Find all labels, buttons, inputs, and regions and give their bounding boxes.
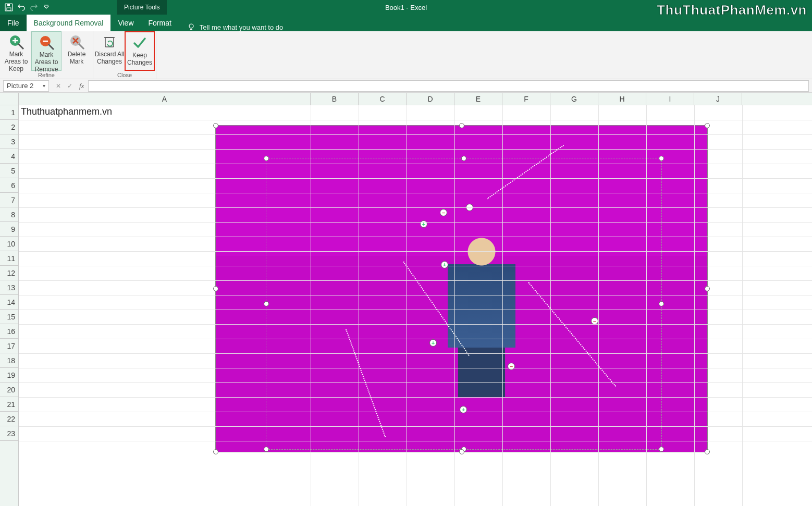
gridline <box>359 105 359 506</box>
gridline <box>407 105 407 506</box>
picture-handle-sw[interactable] <box>213 449 218 454</box>
row-header-14[interactable]: 14 <box>0 295 18 310</box>
svg-rect-1 <box>7 8 11 10</box>
picture-handle-e[interactable] <box>705 286 710 291</box>
remove-marker[interactable]: – <box>440 209 447 216</box>
column-header-d[interactable]: D <box>407 93 454 105</box>
name-box-dropdown-icon[interactable]: ▾ <box>43 83 45 89</box>
picture-handle-se[interactable] <box>705 449 710 454</box>
row-header-18[interactable]: 18 <box>0 353 18 368</box>
gridline <box>19 310 812 310</box>
discard-all-changes-button[interactable]: Discard All Changes <box>94 31 125 71</box>
picture-handle-ne[interactable] <box>705 123 710 128</box>
gridline <box>19 353 812 354</box>
qat-customize-icon[interactable] <box>42 3 51 12</box>
name-box[interactable]: Picture 2 ▾ <box>3 80 49 92</box>
column-header-h[interactable]: H <box>598 93 646 105</box>
marquee-handle-nw[interactable] <box>264 156 269 161</box>
enter-formula-icon: ✓ <box>65 81 75 91</box>
picture-handle-s[interactable] <box>459 449 464 454</box>
column-header-i[interactable]: I <box>646 93 694 105</box>
row-header-10[interactable]: 10 <box>0 237 18 251</box>
picture-object[interactable]: – – – – + + + + <box>215 125 708 452</box>
svg-point-4 <box>189 24 193 28</box>
picture-handle-nw[interactable] <box>213 123 218 128</box>
gridline <box>550 105 551 506</box>
column-header-j[interactable]: J <box>694 93 742 105</box>
row-header-2[interactable]: 2 <box>0 120 18 134</box>
marquee-handle-w[interactable] <box>264 301 269 306</box>
cells-area[interactable]: Thuthuatphanmem.vn <box>19 105 812 506</box>
column-header-a[interactable]: A <box>19 93 311 105</box>
row-header-20[interactable]: 20 <box>0 382 18 397</box>
column-header-f[interactable]: F <box>502 93 550 105</box>
keep-marker[interactable]: + <box>429 339 437 347</box>
picture-handle-w[interactable] <box>213 286 218 291</box>
select-all-button[interactable] <box>0 93 19 105</box>
discard-icon <box>100 33 119 50</box>
gridline <box>19 295 812 295</box>
row-header-6[interactable]: 6 <box>0 178 18 193</box>
tab-file[interactable]: File <box>0 15 27 31</box>
document-title: Book1 - Excel <box>385 4 427 11</box>
row-header-8[interactable]: 8 <box>0 207 18 222</box>
row-header-12[interactable]: 12 <box>0 266 18 280</box>
delete-mark-button[interactable]: Delete Mark <box>61 31 92 71</box>
picture-tools-contextual-label: Picture Tools <box>117 0 167 15</box>
row-header-5[interactable]: 5 <box>0 164 18 178</box>
gridline <box>19 178 812 179</box>
row-header-16[interactable]: 16 <box>0 324 18 339</box>
remove-marker[interactable]: – <box>508 363 515 370</box>
mark-remove-label: Mark Areas to Remove <box>32 52 61 73</box>
tab-format[interactable]: Format <box>141 15 179 31</box>
remove-marker[interactable]: – <box>591 317 598 325</box>
row-header-3[interactable]: 3 <box>0 134 18 149</box>
tab-background-removal[interactable]: Background Removal <box>27 15 111 31</box>
marquee-handle-se[interactable] <box>659 447 664 452</box>
column-header-e[interactable]: E <box>454 93 502 105</box>
marquee-handle-n[interactable] <box>461 156 466 161</box>
row-header-13[interactable]: 13 <box>0 280 18 295</box>
gridline <box>19 397 812 398</box>
gridline <box>19 251 812 252</box>
close-group-label: Close <box>117 72 132 79</box>
discard-label: Discard All Changes <box>94 51 125 66</box>
marquee-handle-sw[interactable] <box>264 447 269 452</box>
marquee-handle-ne[interactable] <box>659 156 664 161</box>
row-header-17[interactable]: 17 <box>0 339 18 353</box>
row-header-4[interactable]: 4 <box>0 149 18 164</box>
fx-icon[interactable]: fx <box>79 82 84 90</box>
gridline <box>19 237 812 237</box>
row-header-19[interactable]: 19 <box>0 368 18 382</box>
lightbulb-icon <box>187 23 195 31</box>
marquee-handle-e[interactable] <box>659 301 664 306</box>
mark-areas-to-keep-button[interactable]: Mark Areas to Keep <box>1 31 31 71</box>
keep-marker[interactable]: + <box>441 261 448 268</box>
row-header-23[interactable]: 23 <box>0 426 18 441</box>
gridline <box>19 339 812 339</box>
row-header-15[interactable]: 15 <box>0 310 18 324</box>
tell-me-search[interactable]: Tell me what you want to do <box>187 23 283 31</box>
row-header-22[interactable]: 22 <box>0 412 18 426</box>
row-header-11[interactable]: 11 <box>0 251 18 266</box>
undo-icon[interactable] <box>17 3 26 12</box>
tab-view[interactable]: View <box>110 15 141 31</box>
row-header-7[interactable]: 7 <box>0 193 18 207</box>
keep-changes-button[interactable]: Keep Changes <box>125 31 155 71</box>
redo-icon[interactable] <box>29 3 39 12</box>
gridline <box>19 426 812 427</box>
gridline <box>19 164 812 164</box>
column-header-b[interactable]: B <box>311 93 359 105</box>
gridline <box>19 441 812 441</box>
cell-a1[interactable]: Thuthuatphanmem.vn <box>21 106 112 117</box>
row-header-21[interactable]: 21 <box>0 397 18 412</box>
column-header-g[interactable]: G <box>550 93 598 105</box>
mark-areas-to-remove-button[interactable]: Mark Areas to Remove <box>31 31 61 71</box>
formula-bar[interactable] <box>88 80 809 92</box>
row-header-9[interactable]: 9 <box>0 222 18 237</box>
save-icon[interactable] <box>4 3 14 12</box>
row-header-1[interactable]: 1 <box>0 105 18 120</box>
keep-label: Keep Changes <box>126 52 154 67</box>
picture-handle-n[interactable] <box>459 123 464 128</box>
column-header-c[interactable]: C <box>359 93 407 105</box>
